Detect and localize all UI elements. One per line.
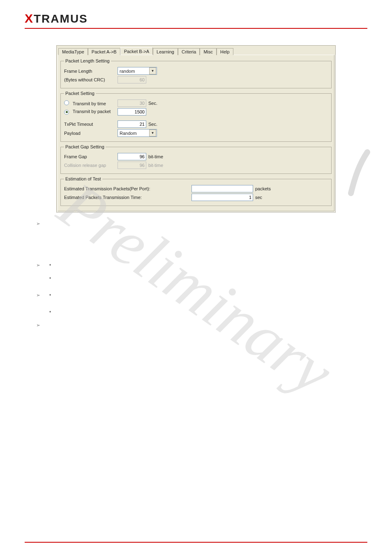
- bullet-item: [36, 291, 367, 313]
- transmit-by-packet-label: Transmit by packet: [73, 109, 111, 114]
- tab-packet-a-b[interactable]: Packet A->B: [88, 48, 120, 55]
- estimation-of-test-group: Estimation of Test Estimated Transmissio…: [60, 176, 332, 206]
- tab-body: Packet Length Setting Frame Length rando…: [58, 55, 334, 211]
- sub-bullet-item: [49, 275, 367, 283]
- collision-release-gap-label: Collision release gap: [64, 163, 118, 168]
- transmit-by-packet-option[interactable]: Transmit by packet: [64, 109, 118, 115]
- tab-mediatype[interactable]: MediaType: [58, 48, 88, 55]
- frame-length-value: random: [120, 69, 135, 74]
- estimated-time-label: Estimated Packets Transmission Time:: [64, 195, 191, 200]
- frame-gap-label: Frame Gap: [64, 154, 118, 159]
- transmit-by-time-input: [118, 99, 146, 107]
- document-body: [33, 220, 367, 329]
- bytes-without-crc-label: (Bytes without CRC): [64, 77, 118, 82]
- payload-select[interactable]: Random ▼: [118, 129, 157, 137]
- sub-bullet-item: [49, 261, 367, 266]
- packet-length-setting-group: Packet Length Setting Frame Length rando…: [60, 58, 332, 88]
- sub-bullet-item: [49, 308, 367, 313]
- bit-time-suffix-1: bit-time: [148, 154, 163, 159]
- packet-gap-setting-legend: Packet Gap Setting: [64, 144, 106, 149]
- header-rule: [25, 28, 367, 29]
- frame-length-select[interactable]: random ▼: [118, 67, 157, 75]
- frame-gap-input[interactable]: [118, 153, 146, 160]
- sub-bullet-item: [49, 291, 367, 300]
- bullet-item: [36, 321, 367, 329]
- estimated-time-value: [191, 194, 253, 201]
- tab-misc[interactable]: Misc: [200, 48, 217, 55]
- bullet-item: [36, 261, 367, 283]
- decorative-stroke: [343, 148, 376, 197]
- frame-length-label: Frame Length: [64, 69, 118, 74]
- packet-setting-legend: Packet Setting: [64, 91, 96, 96]
- txpkt-timeout-input[interactable]: [118, 120, 146, 128]
- estimated-packets-label: Estimated Transmission Packets(Per Port)…: [64, 186, 191, 191]
- footer-rule: [25, 542, 367, 543]
- radio-icon: [64, 110, 69, 115]
- transmit-by-time-label: Transmit by time: [73, 101, 106, 106]
- tab-bar: MediaType Packet A->B Packet B->A Learni…: [57, 46, 335, 55]
- tab-criteria[interactable]: Criteria: [178, 48, 200, 55]
- sec-suffix-3: sec: [255, 195, 262, 200]
- transmit-by-packet-input[interactable]: [118, 108, 146, 116]
- bit-time-suffix-2: bit-time: [148, 163, 163, 168]
- packets-suffix: packets: [255, 186, 271, 191]
- estimated-packets-value: [191, 185, 253, 192]
- brand-logo: XTRAMUS: [25, 12, 367, 25]
- chevron-down-icon: ▼: [149, 67, 156, 74]
- tab-learning[interactable]: Learning: [153, 48, 178, 55]
- packet-setting-group: Packet Setting Transmit by time Sec. Tra…: [60, 91, 332, 142]
- sec-suffix-2: Sec.: [148, 122, 157, 127]
- chevron-down-icon: ▼: [149, 130, 156, 136]
- sec-suffix-1: Sec.: [148, 101, 157, 106]
- collision-release-gap-input: [118, 162, 146, 169]
- txpkt-timeout-label: TxPkt Timeout: [64, 122, 118, 127]
- radio-icon: [64, 100, 69, 105]
- tab-help[interactable]: Help: [217, 48, 233, 55]
- packet-gap-setting-group: Packet Gap Setting Frame Gap bit-time Co…: [60, 144, 332, 174]
- settings-panel: MediaType Packet A->B Packet B->A Learni…: [56, 45, 336, 213]
- tab-packet-b-a[interactable]: Packet B->A: [120, 47, 153, 55]
- bullet-item: [36, 220, 367, 254]
- transmit-by-time-option[interactable]: Transmit by time: [64, 100, 118, 106]
- estimation-of-test-legend: Estimation of Test: [64, 176, 102, 181]
- payload-value: Random: [120, 131, 137, 136]
- packet-length-setting-legend: Packet Length Setting: [64, 58, 111, 63]
- payload-label: Payload: [64, 131, 118, 136]
- bytes-without-crc-input: [118, 76, 146, 83]
